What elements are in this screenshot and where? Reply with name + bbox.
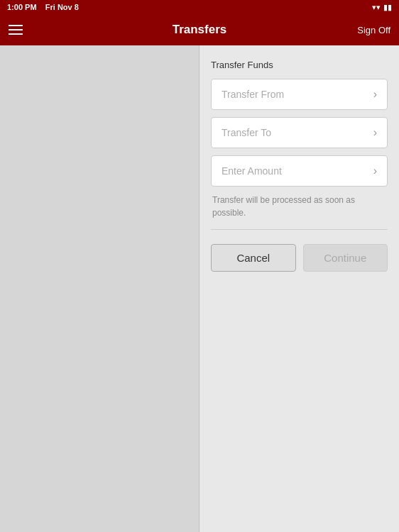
menu-button[interactable] (9, 25, 23, 35)
chevron-right-icon: › (373, 165, 377, 177)
status-time: 1:00 PM (7, 3, 37, 11)
hamburger-icon (9, 29, 23, 31)
sign-off-button[interactable]: Sign Off (357, 25, 390, 35)
hamburger-icon (9, 25, 23, 26)
status-bar: 1:00 PM Fri Nov 8 ▾▾ ▮▮ (0, 0, 399, 14)
info-text: Transfer will be processed as soon as po… (212, 194, 386, 219)
transfer-to-field[interactable]: Transfer To › (211, 117, 388, 148)
continue-button: Continue (303, 244, 388, 272)
divider (211, 229, 388, 230)
nav-bar: Transfers Sign Off (0, 14, 399, 45)
button-row: Cancel Continue (211, 244, 388, 272)
chevron-right-icon: › (373, 88, 377, 101)
main-container: Transfer Funds Transfer From › Transfer … (0, 45, 399, 532)
status-icons: ▾▾ ▮▮ (372, 3, 392, 12)
status-time-date: 1:00 PM Fri Nov 8 (7, 3, 79, 11)
left-panel (0, 45, 199, 532)
transfer-from-label: Transfer From (222, 89, 284, 100)
enter-amount-field[interactable]: Enter Amount › (211, 155, 388, 187)
battery-icon: ▮▮ (383, 3, 392, 12)
hamburger-icon (9, 33, 23, 35)
cancel-button[interactable]: Cancel (211, 244, 296, 272)
page-title: Transfers (173, 23, 227, 37)
transfer-from-field[interactable]: Transfer From › (211, 79, 388, 110)
wifi-icon: ▾▾ (372, 3, 381, 12)
chevron-right-icon: › (373, 126, 377, 139)
transfer-to-label: Transfer To (222, 127, 271, 138)
enter-amount-label: Enter Amount (222, 165, 282, 177)
section-title: Transfer Funds (211, 60, 388, 70)
status-date: Fri Nov 8 (45, 3, 79, 11)
right-panel: Transfer Funds Transfer From › Transfer … (199, 45, 399, 532)
